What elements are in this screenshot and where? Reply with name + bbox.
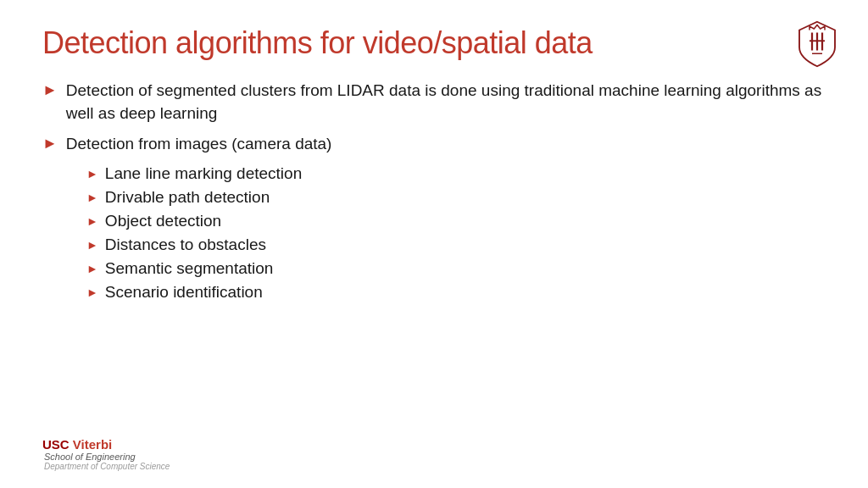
sub-bullet-5: ► Semantic segmentation	[86, 259, 826, 278]
sub-text-1: Lane line marking detection	[105, 164, 302, 183]
sub-bullet-3: ► Object detection	[86, 212, 826, 230]
sub-arrow-2: ►	[86, 191, 98, 204]
sub-text-2: Drivable path detection	[105, 188, 270, 207]
sub-arrow-5: ►	[86, 262, 98, 275]
usc-logo	[792, 19, 843, 69]
sub-text-5: Semantic segmentation	[105, 259, 274, 278]
sub-arrow-6: ►	[86, 286, 98, 299]
bullet-1-text: Detection of segmented clusters from LID…	[66, 80, 826, 125]
bullet-1-arrow: ►	[42, 81, 58, 99]
footer: USC Viterbi School of Engineering Depart…	[42, 437, 170, 471]
sub-text-6: Scenario identification	[105, 283, 263, 302]
bullet-2-text: Detection from images (camera data)	[66, 133, 332, 156]
sub-arrow-4: ►	[86, 238, 98, 252]
sub-bullet-4: ► Distances to obstacles	[86, 236, 826, 254]
slide-title: Detection algorithms for video/spatial d…	[42, 25, 826, 61]
bullet-2-arrow: ►	[42, 135, 58, 152]
sub-arrow-1: ►	[86, 167, 98, 180]
sub-bullet-6: ► Scenario identification	[86, 283, 826, 302]
footer-dept-text: Department of Computer Science	[44, 462, 170, 471]
sub-bullets: ► Lane line marking detection ► Drivable…	[86, 164, 826, 302]
sub-bullet-1: ► Lane line marking detection	[86, 164, 826, 183]
sub-text-3: Object detection	[105, 212, 221, 230]
footer-viterbi-text: Viterbi	[70, 437, 113, 452]
sub-arrow-3: ►	[86, 214, 98, 228]
bullet-1: ► Detection of segmented clusters from L…	[42, 80, 826, 125]
footer-logo-text: USC Viterbi	[42, 437, 170, 452]
slide-content: ► Detection of segmented clusters from L…	[42, 80, 826, 302]
bullet-2: ► Detection from images (camera data)	[42, 133, 826, 156]
sub-text-4: Distances to obstacles	[105, 236, 266, 254]
footer-usc-text: USC	[42, 437, 70, 452]
slide: Detection algorithms for video/spatial d…	[0, 0, 868, 488]
footer-school-text: School of Engineering	[44, 452, 170, 462]
sub-bullet-2: ► Drivable path detection	[86, 188, 826, 207]
